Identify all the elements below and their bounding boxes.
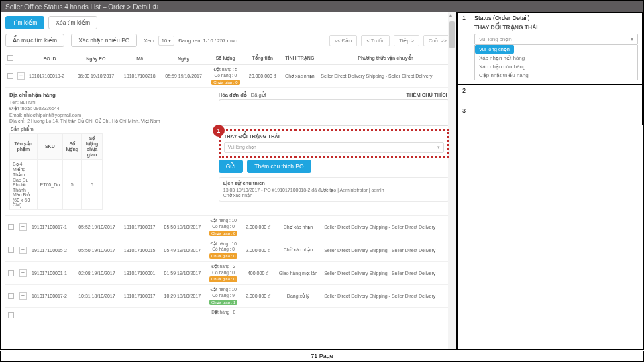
- search-buttons: Tìm kiếm Xóa tìm kiếm: [5, 16, 452, 29]
- dropdown-option[interactable]: Cập nhật thiếu hàng: [475, 71, 637, 80]
- page-footer: 71 Page: [0, 351, 644, 362]
- row-checkbox[interactable]: [8, 270, 14, 276]
- dropdown-list[interactable]: Vui lòng chọnXác nhận hết hàngXác nhận c…: [474, 45, 638, 80]
- range-label: Đang xem 1-10 / 257 mục: [178, 38, 237, 44]
- anno-title-1: Status (Order Detail): [474, 15, 638, 21]
- expand-toggle[interactable]: +: [19, 269, 27, 277]
- clear-search-button[interactable]: Xóa tìm kiếm: [48, 16, 97, 29]
- screenshot-panel: Tìm kiếm Xóa tìm kiếm Ẩn mục tìm kiếm Xá…: [1, 12, 458, 349]
- addr-email: Email: nhiocthipoint@yopmail.com: [9, 113, 212, 117]
- dropdown-option[interactable]: Vui lòng chọn: [475, 45, 514, 54]
- table-row: + 191017100015-2 05:50 19/10/2017 181017…: [5, 239, 452, 261]
- table-row: + 191017100017-1 05:52 19/10/2017 181017…: [5, 216, 452, 239]
- history-status: Chờ xác nhận: [223, 193, 445, 198]
- expand-toggle[interactable]: +: [19, 292, 27, 300]
- anno-num-2: 2: [458, 85, 470, 105]
- expand-toggle[interactable]: +: [19, 247, 27, 254]
- row-checkbox[interactable]: [8, 247, 14, 253]
- po-table-rest: + 191017100017-1 05:52 19/10/2017 181017…: [5, 216, 452, 324]
- addr-phone: Điện thoại: 0902336544: [9, 106, 212, 111]
- address-heading: Địa chỉ nhận hàng: [9, 92, 212, 98]
- send-button[interactable]: Gửi: [219, 160, 244, 173]
- pager-first[interactable]: << Đầu: [329, 35, 357, 46]
- order-detail: Địa chỉ nhận hàng Tên: Bui Nhi Điện thoạ…: [5, 88, 452, 216]
- anno-num-3: 3: [458, 105, 470, 125]
- row-checkbox[interactable]: [7, 73, 13, 79]
- status-dropdown[interactable]: Vui lòng chọn Vui lòng chọnXác nhận hết …: [474, 34, 638, 80]
- expand-toggle[interactable]: +: [19, 223, 27, 231]
- status-heading: THAY ĐỔI TRẠNG THÁI: [224, 133, 444, 139]
- anno-num-1: 1: [458, 13, 470, 85]
- addr-full: Địa chỉ: 2 Huong Lo 14, Thị trấn Củ Chi,…: [9, 119, 212, 124]
- status-select[interactable]: Vui lòng chọn: [224, 142, 444, 153]
- annotation-panel: 1 Status (Order Detail) THAY ĐỔI TRẠNG T…: [458, 12, 643, 349]
- history-title: Lịch sử chú thích: [223, 180, 445, 186]
- pager-next[interactable]: Tiếp >: [394, 35, 419, 46]
- row-checkbox[interactable]: [8, 224, 14, 230]
- po-table-header: PO ID Ngày PO Mã Ngày Số lượng Tổng tiền…: [5, 52, 452, 65]
- search-button[interactable]: Tìm kiếm: [5, 16, 44, 29]
- table-row: − 191017100018-2 06:00 19/10/2017 181017…: [5, 65, 452, 88]
- note-history: Lịch sử chú thích 13:03 19/10/2017 - PO …: [219, 177, 449, 202]
- page-frame: Tìm kiếm Xóa tìm kiếm Ẩn mục tìm kiếm Xá…: [0, 12, 644, 350]
- dropdown-selected[interactable]: Vui lòng chọn: [474, 34, 638, 45]
- table-row: + 181017100017-2 10:31 18/10/2017 181017…: [5, 285, 452, 308]
- table-row: Đặt hàng : 8: [5, 308, 452, 324]
- table-row: + 191017100001-1 02:08 19/10/2017 181017…: [5, 261, 452, 284]
- history-line: 13:03 19/10/2017 - PO #191017100018-2 đã…: [223, 188, 445, 193]
- product-row: Bộ 4 Miếng Thảm Cao Su Phước Thành Màu Đ…: [10, 160, 103, 210]
- invoice-label: Hóa đơn đỏ: [219, 92, 247, 98]
- status-change-block: 1 THAY ĐỔI TRẠNG THÁI Vui lòng chọn: [219, 129, 449, 158]
- add-po-note-button[interactable]: Thêm chú thích PO: [247, 160, 311, 173]
- addr-name: Tên: Bui Nhi: [9, 100, 212, 105]
- product-heading: Sản phẩm: [11, 127, 212, 132]
- callout-marker-1: 1: [213, 125, 225, 137]
- toolbar: Ẩn mục tìm kiếm Xác nhận nhiều PO Xem 10…: [5, 34, 452, 50]
- row-checkbox[interactable]: [8, 312, 14, 318]
- product-table: Tên sản phẩm SKU Số lượng Số lượng chưa …: [9, 133, 103, 210]
- invoice-status: Đã gửi: [251, 92, 266, 98]
- view-label: Xem: [144, 38, 154, 44]
- po-table: PO ID Ngày PO Mã Ngày Số lượng Tổng tiền…: [5, 52, 452, 88]
- anno-status-heading: THAY ĐỔI TRẠNG THÁI: [474, 24, 638, 31]
- pager-prev[interactable]: < Trước: [361, 35, 390, 46]
- checkbox-all[interactable]: [7, 55, 13, 61]
- note-textarea[interactable]: [219, 99, 449, 126]
- add-note-label: THÊM CHÚ THÍCH: [406, 92, 449, 98]
- title-bar: Seller Office Status 4 hands List – Orde…: [0, 0, 644, 12]
- confirm-multi-button[interactable]: Xác nhận nhiều PO: [71, 34, 137, 47]
- scrollbar[interactable]: [448, 12, 456, 349]
- page-size-select[interactable]: 10 ▾: [158, 36, 174, 46]
- expand-toggle[interactable]: −: [17, 72, 25, 80]
- hide-search-button[interactable]: Ẩn mục tìm kiếm: [5, 34, 64, 47]
- dropdown-option[interactable]: Xác nhận hết hàng: [475, 54, 637, 62]
- dropdown-option[interactable]: Xác nhận còn hàng: [475, 62, 637, 71]
- row-checkbox[interactable]: [8, 293, 14, 299]
